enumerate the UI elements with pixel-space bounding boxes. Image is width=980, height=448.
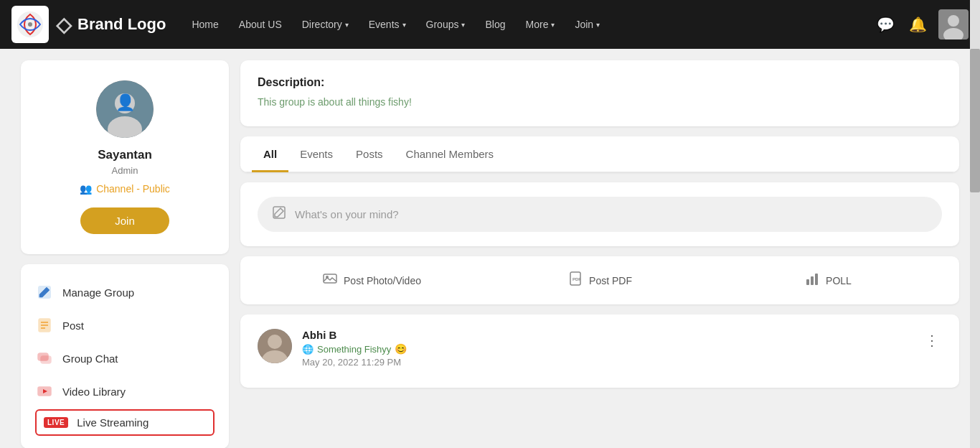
post-header: Abhi B 🌐 Something Fishyy 😊 May 20, 2022… bbox=[258, 329, 942, 368]
nav-links: Home About US Directory ▾ Events ▾ Group… bbox=[183, 13, 874, 36]
pdf-icon: PDF bbox=[567, 271, 583, 290]
profile-role: Admin bbox=[112, 165, 138, 176]
post-author-info: Abhi B 🌐 Something Fishyy 😊 May 20, 2022… bbox=[258, 329, 407, 368]
nav-about[interactable]: About US bbox=[230, 13, 291, 36]
menu-live-streaming[interactable]: LIVE Live Streaming bbox=[35, 409, 215, 436]
post-icon bbox=[35, 316, 54, 335]
description-label: Description: bbox=[258, 76, 942, 89]
post-meta: Abhi B 🌐 Something Fishyy 😊 May 20, 2022… bbox=[302, 329, 407, 368]
profile-channel: 👥 Channel - Public bbox=[80, 183, 170, 195]
svg-text:PDF: PDF bbox=[573, 277, 581, 281]
user-avatar[interactable] bbox=[938, 9, 969, 39]
brand-logo-img bbox=[11, 6, 49, 43]
post-avatar bbox=[258, 329, 292, 363]
svg-rect-24 bbox=[806, 279, 809, 285]
nav-home[interactable]: Home bbox=[183, 13, 227, 36]
action-buttons: Post Photo/Video PDF Post PDF bbox=[258, 266, 942, 294]
profile-avatar: 👤 bbox=[96, 80, 154, 138]
tab-posts[interactable]: Posts bbox=[344, 136, 395, 172]
nav-events[interactable]: Events ▾ bbox=[360, 13, 415, 36]
menu-post[interactable]: Post bbox=[35, 309, 215, 342]
svg-rect-26 bbox=[815, 274, 818, 285]
tabs-list: All Events Posts Channel Members bbox=[240, 136, 959, 172]
more-caret: ▾ bbox=[551, 21, 555, 29]
manage-group-icon bbox=[35, 283, 54, 302]
main-content: 👤 Sayantan Admin 👥 Channel - Public Join bbox=[9, 49, 971, 448]
svg-rect-25 bbox=[811, 276, 814, 285]
scrollbar-thumb[interactable] bbox=[970, 49, 980, 192]
photo-video-icon bbox=[322, 271, 338, 290]
brand-logo-text: ◇ Brand Logo bbox=[56, 13, 166, 37]
nav-groups[interactable]: Groups ▾ bbox=[418, 13, 474, 36]
menu-group-chat[interactable]: Group Chat bbox=[35, 342, 215, 375]
nav-right: 💬 🔔 bbox=[874, 9, 969, 39]
profile-name: Sayantan bbox=[98, 148, 152, 162]
post-placeholder: What's on your mind? bbox=[295, 208, 399, 220]
description-card: Description: This group is about all thi… bbox=[240, 60, 959, 126]
svg-point-1 bbox=[28, 22, 32, 27]
nav-join[interactable]: Join ▾ bbox=[566, 13, 608, 36]
video-library-icon bbox=[35, 382, 54, 401]
join-button[interactable]: Join bbox=[80, 207, 169, 234]
brand-section[interactable]: ◇ Brand Logo bbox=[11, 6, 166, 43]
post-time: May 20, 2022 11:29 PM bbox=[302, 357, 407, 368]
nav-blog[interactable]: Blog bbox=[476, 13, 514, 36]
actions-card: Post Photo/Video PDF Post PDF bbox=[240, 256, 959, 304]
post-source: 🌐 Something Fishyy 😊 bbox=[302, 343, 407, 355]
globe-icon: 🌐 bbox=[302, 344, 314, 355]
sidebar: 👤 Sayantan Admin 👥 Channel - Public Join bbox=[21, 60, 229, 448]
people-icon: 👥 bbox=[80, 183, 92, 195]
bell-icon[interactable]: 🔔 bbox=[906, 13, 930, 36]
post-source-emoji: 😊 bbox=[395, 343, 407, 355]
post-pdf-btn[interactable]: PDF Post PDF bbox=[486, 266, 714, 294]
post-photo-video-btn[interactable]: Post Photo/Video bbox=[258, 266, 486, 294]
nav-more[interactable]: More ▾ bbox=[517, 13, 564, 36]
edit-icon bbox=[272, 205, 286, 223]
poll-btn[interactable]: POLL bbox=[714, 266, 942, 294]
more-options-button[interactable]: ⋮ bbox=[922, 329, 942, 352]
join-caret: ▾ bbox=[596, 21, 600, 29]
svg-rect-16 bbox=[41, 356, 51, 363]
message-icon[interactable]: 💬 bbox=[874, 13, 897, 36]
post-input-card: What's on your mind? bbox=[240, 182, 959, 246]
svg-text:👤: 👤 bbox=[116, 93, 136, 112]
poll-icon bbox=[804, 271, 820, 290]
groups-caret: ▾ bbox=[461, 21, 465, 29]
content-area: Description: This group is about all thi… bbox=[240, 60, 959, 448]
tab-all[interactable]: All bbox=[252, 136, 288, 172]
tab-channel-members[interactable]: Channel Members bbox=[395, 136, 506, 172]
live-badge: LIVE bbox=[44, 417, 68, 428]
navbar: ◇ Brand Logo Home About US Directory ▾ E… bbox=[0, 0, 980, 49]
directory-caret: ▾ bbox=[345, 21, 349, 29]
menu-video-library[interactable]: Video Library bbox=[35, 375, 215, 408]
post-author-name: Abhi B bbox=[302, 329, 407, 341]
profile-card: 👤 Sayantan Admin 👥 Channel - Public Join bbox=[21, 60, 229, 254]
post-feed-card: Abhi B 🌐 Something Fishyy 😊 May 20, 2022… bbox=[240, 314, 959, 388]
menu-card: Manage Group Post bbox=[21, 264, 229, 448]
nav-directory[interactable]: Directory ▾ bbox=[293, 13, 357, 36]
events-caret: ▾ bbox=[402, 21, 406, 29]
scrollbar-track[interactable] bbox=[970, 0, 980, 448]
svg-point-3 bbox=[948, 15, 959, 27]
post-input-box[interactable]: What's on your mind? bbox=[258, 197, 942, 232]
menu-manage-group[interactable]: Manage Group bbox=[35, 276, 215, 309]
description-text: This group is about all things fishy! bbox=[258, 96, 942, 108]
group-chat-icon bbox=[35, 349, 54, 368]
diamond-icon: ◇ bbox=[56, 13, 72, 37]
tab-events[interactable]: Events bbox=[288, 136, 344, 172]
tabs-card: All Events Posts Channel Members bbox=[240, 136, 959, 172]
svg-point-28 bbox=[268, 335, 282, 349]
svg-rect-20 bbox=[324, 274, 336, 283]
